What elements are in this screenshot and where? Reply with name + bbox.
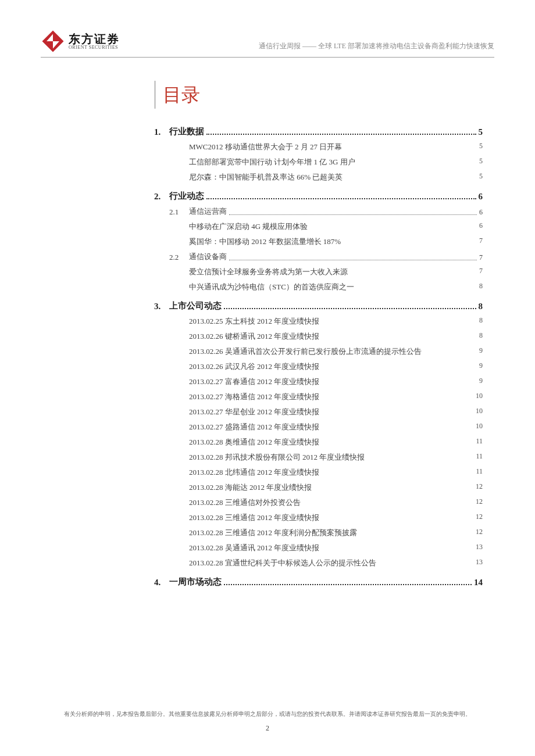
toc-section-page: 8 xyxy=(479,302,483,311)
toc-sub-page: 7 xyxy=(479,253,483,262)
toc-entry[interactable]: 尼尔森：中国智能手机普及率达 66% 已超美英5 xyxy=(189,172,483,182)
toc-entry-text: 2013.02.27 富春通信 2012 年度业绩快报 xyxy=(189,377,465,387)
toc-entry[interactable]: MWC2012 移动通信世界大会于 2 月 27 日开幕5 xyxy=(189,142,483,152)
toc-entry[interactable]: 2013.02.27 华星创业 2012 年度业绩快报10 xyxy=(189,407,483,417)
toc-entry[interactable]: 2013.02.28 吴通通讯 2012 年度业绩快报13 xyxy=(189,543,483,553)
toc-entry[interactable]: 2013.02.27 海格通信 2012 年度业绩快报10 xyxy=(189,392,483,402)
toc-entry[interactable]: 2013.02.28 三维通信 2012 年度利润分配预案预披露12 xyxy=(189,528,483,538)
toc-section-title: 一周市场动态 xyxy=(169,576,222,587)
toc-entry-text: 爱立信预计全球服务业务将成为第一大收入来源 xyxy=(189,267,465,277)
page: 东方证券 ORIENT SECURITIES 通信行业周报 —— 全球 LTE … xyxy=(0,0,535,615)
toc-entry-text: 2013.02.28 三维通信 2012 年度业绩快报 xyxy=(189,513,465,523)
logo-en: ORIENT SECURITIES xyxy=(69,45,120,51)
toc-entry[interactable]: 2013.02.28 宜通世纪科关于中标候选人公示的提示性公告13 xyxy=(189,558,483,568)
toc-entry-page: 8 xyxy=(465,282,483,292)
toc-entry-page: 5 xyxy=(465,157,483,167)
dots xyxy=(206,198,476,199)
toc-entry-page: 12 xyxy=(465,513,483,523)
toc-section[interactable]: 3.上市公司动态 8 xyxy=(154,300,483,311)
toc-entry-text: 2013.02.28 北纬通信 2012 年度业绩快报 xyxy=(189,467,465,478)
toc-entry-text: 2013.02.28 海能达 2012 年度业绩快报 xyxy=(189,482,465,493)
toc-entry[interactable]: 2013.02.28 奥维通信 2012 年度业绩快报11 xyxy=(189,437,483,447)
toc-entry[interactable]: 奚国华：中国移动 2012 年数据流量增长 187%7 xyxy=(189,237,483,247)
dots xyxy=(224,584,472,585)
toc-entry-page: 7 xyxy=(465,237,483,247)
dots xyxy=(229,214,477,215)
toc-section-num: 4. xyxy=(154,578,169,587)
toc-entry-page: 13 xyxy=(465,558,483,568)
toc-entry-page: 10 xyxy=(465,407,483,417)
toc-entry[interactable]: 2013.02.28 邦讯技术股份有限公司 2012 年度业绩快报11 xyxy=(189,452,483,463)
toc-sub-page: 6 xyxy=(479,208,483,217)
toc-sub-title: 通信运营商 xyxy=(189,206,227,217)
toc-entry-page: 11 xyxy=(465,467,483,478)
toc-entry[interactable]: 2013.02.26 吴通通讯首次公开发行前已发行股份上市流通的提示性公告9 xyxy=(189,346,483,357)
header-title: 通信行业周报 —— 全球 LTE 部署加速将推动电信主设备商盈利能力快速恢复 xyxy=(259,41,494,53)
toc-entry-text: 奚国华：中国移动 2012 年数据流量增长 187% xyxy=(189,237,465,247)
toc-entry[interactable]: 中兴通讯成为沙特电信（STC）的首选供应商之一8 xyxy=(189,282,483,292)
toc-entry[interactable]: 工信部部署宽带中国行动 计划今年增 1 亿 3G 用户5 xyxy=(189,157,483,167)
footer: 有关分析师的申明，见本报告最后部分。其他重要信息披露见分析师申明之后部分，或请与… xyxy=(0,710,535,733)
toc-entry-text: 2013.02.28 宜通世纪科关于中标候选人公示的提示性公告 xyxy=(189,558,465,568)
disclaimer: 有关分析师的申明，见本报告最后部分。其他重要信息披露见分析师申明之后部分，或请与… xyxy=(0,710,535,718)
toc-entry-page: 12 xyxy=(465,482,483,493)
toc-entry-page: 10 xyxy=(465,392,483,402)
toc-entry[interactable]: 2013.02.26 武汉凡谷 2012 年度业绩快报9 xyxy=(189,361,483,372)
toc-section-num: 2. xyxy=(154,192,169,202)
dots xyxy=(229,260,477,260)
toc-entry-text: 2013.02.27 盛路通信 2012 年度业绩快报 xyxy=(189,422,465,432)
toc-entry[interactable]: 2013.02.28 北纬通信 2012 年度业绩快报11 xyxy=(189,467,483,478)
toc-entry[interactable]: 2013.02.28 三维通信 2012 年度业绩快报12 xyxy=(189,513,483,523)
toc-body: 1.行业数据 5MWC2012 移动通信世界大会于 2 月 27 日开幕5工信部… xyxy=(154,126,483,587)
toc-entry-text: 尼尔森：中国智能手机普及率达 66% 已超美英 xyxy=(189,172,465,182)
toc-entry-page: 5 xyxy=(465,142,483,152)
page-header: 东方证券 ORIENT SECURITIES 通信行业周报 —— 全球 LTE … xyxy=(41,29,494,58)
toc-entry-text: 工信部部署宽带中国行动 计划今年增 1 亿 3G 用户 xyxy=(189,157,465,167)
toc-entry-text: 2013.02.25 东土科技 2012 年度业绩快报 xyxy=(189,316,465,327)
toc-entry-page: 9 xyxy=(465,377,483,387)
dots xyxy=(224,308,476,309)
toc-entry-text: 2013.02.26 键桥通讯 2012 年度业绩快报 xyxy=(189,331,465,342)
toc-section[interactable]: 2.行业动态 6 xyxy=(154,191,483,202)
toc-entry-text: 2013.02.27 华星创业 2012 年度业绩快报 xyxy=(189,407,465,417)
toc-sub-num: 2.1 xyxy=(169,207,189,217)
toc-section-page: 6 xyxy=(479,192,483,202)
toc-subsection[interactable]: 2.2通信设备商 7 xyxy=(169,252,483,262)
toc-entry-text: 2013.02.28 吴通通讯 2012 年度业绩快报 xyxy=(189,543,465,553)
toc-section-num: 3. xyxy=(154,302,169,311)
toc-entry-page: 11 xyxy=(465,437,483,447)
toc-entry[interactable]: 2013.02.25 东土科技 2012 年度业绩快报8 xyxy=(189,316,483,327)
toc-section-title: 上市公司动态 xyxy=(169,300,222,311)
toc-entry-text: MWC2012 移动通信世界大会于 2 月 27 日开幕 xyxy=(189,142,465,152)
page-number: 2 xyxy=(0,724,535,733)
toc-entry-page: 11 xyxy=(465,452,483,463)
toc-section-page: 5 xyxy=(479,127,483,137)
toc-section[interactable]: 4.一周市场动态 14 xyxy=(154,576,483,587)
toc-entry-text: 中兴通讯成为沙特电信（STC）的首选供应商之一 xyxy=(189,282,465,292)
toc-entry-text: 2013.02.26 吴通通讯首次公开发行前已发行股份上市流通的提示性公告 xyxy=(189,346,465,357)
toc-title: 目录 xyxy=(154,81,483,109)
toc-entry-text: 2013.02.26 武汉凡谷 2012 年度业绩快报 xyxy=(189,361,465,372)
toc-entry[interactable]: 2013.02.26 键桥通讯 2012 年度业绩快报8 xyxy=(189,331,483,342)
toc-entry-text: 2013.02.28 三维通信对外投资公告 xyxy=(189,497,465,508)
toc-entry-text: 2013.02.27 海格通信 2012 年度业绩快报 xyxy=(189,392,465,402)
toc-entry-page: 6 xyxy=(465,221,483,232)
toc-entry-page: 9 xyxy=(465,346,483,357)
toc-entry-text: 2013.02.28 奥维通信 2012 年度业绩快报 xyxy=(189,437,465,447)
toc-entry[interactable]: 2013.02.27 富春通信 2012 年度业绩快报9 xyxy=(189,377,483,387)
toc-entry[interactable]: 2013.02.28 三维通信对外投资公告12 xyxy=(189,497,483,508)
toc-entry-page: 9 xyxy=(465,361,483,372)
toc-section-title: 行业动态 xyxy=(169,191,204,202)
toc-content: 目录 1.行业数据 5MWC2012 移动通信世界大会于 2 月 27 日开幕5… xyxy=(41,81,494,587)
toc-entry[interactable]: 2013.02.27 盛路通信 2012 年度业绩快报10 xyxy=(189,422,483,432)
toc-entry-text: 2013.02.28 三维通信 2012 年度利润分配预案预披露 xyxy=(189,528,465,538)
toc-entry-page: 7 xyxy=(465,267,483,277)
toc-entry[interactable]: 爱立信预计全球服务业务将成为第一大收入来源7 xyxy=(189,267,483,277)
toc-entry-page: 5 xyxy=(465,172,483,182)
logo: 东方证券 ORIENT SECURITIES xyxy=(41,29,120,53)
toc-section[interactable]: 1.行业数据 5 xyxy=(154,126,483,137)
toc-subsection[interactable]: 2.1通信运营商 6 xyxy=(169,206,483,217)
toc-entry[interactable]: 2013.02.28 海能达 2012 年度业绩快报12 xyxy=(189,482,483,493)
toc-entry-page: 8 xyxy=(465,316,483,327)
toc-entry[interactable]: 中移动在广深启动 4G 规模应用体验6 xyxy=(189,221,483,232)
